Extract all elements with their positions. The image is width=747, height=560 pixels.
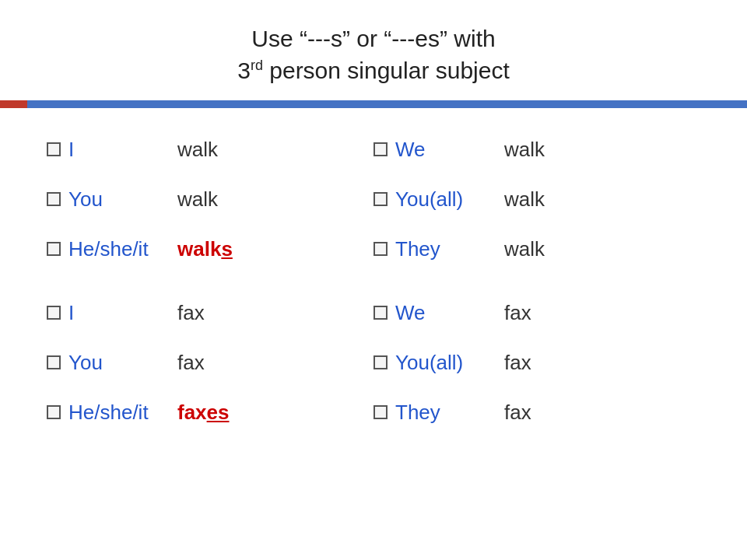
subject-label: I <box>68 138 162 162</box>
subject-label: He/she/it <box>68 237 162 261</box>
list-item: You walk <box>47 181 374 217</box>
list-item: We walk <box>374 131 700 167</box>
list-item: You(all) walk <box>374 181 700 217</box>
list-item: They fax <box>374 394 700 430</box>
content-area: I walk You walk He/she/it walks I fax <box>0 108 747 460</box>
verb-suffix: s <box>221 237 232 261</box>
right-column: We walk You(all) walk They walk We fax <box>374 131 700 444</box>
checkbox-icon <box>374 192 388 206</box>
subject-label: You(all) <box>395 351 489 375</box>
subject-label: They <box>395 237 489 261</box>
checkbox-icon <box>47 355 61 369</box>
list-item: I fax <box>47 295 374 331</box>
verb-label: walk <box>177 187 218 212</box>
verb-label: walk <box>177 138 218 162</box>
checkbox-icon <box>47 306 61 320</box>
checkbox-icon <box>374 355 388 369</box>
subject-label: You <box>68 187 162 212</box>
checkbox-icon <box>47 242 61 256</box>
subject-label: They <box>395 401 489 425</box>
header: Use “---s” or “---es” with 3rd person si… <box>0 0 747 86</box>
verb-label: walk <box>504 237 545 261</box>
header-line2-suffix: person singular subject <box>263 58 510 83</box>
list-item: I walk <box>47 131 374 167</box>
verb-label: walk <box>504 187 545 212</box>
verb-label: walk <box>504 138 545 162</box>
checkbox-icon <box>374 306 388 320</box>
subject-label: You(all) <box>395 187 489 212</box>
verb-label: fax <box>504 401 531 425</box>
checkbox-icon <box>374 142 388 156</box>
left-column: I walk You walk He/she/it walks I fax <box>47 131 374 444</box>
verb-suffix: es <box>207 401 230 424</box>
subject-label: I <box>68 301 162 325</box>
checkbox-icon <box>47 192 61 206</box>
verb-highlight-label: faxes <box>177 401 230 425</box>
list-item: You fax <box>47 345 374 380</box>
list-item: He/she/it faxes <box>47 394 374 430</box>
list-item: We fax <box>374 295 700 331</box>
subject-label: We <box>395 138 489 162</box>
header-line2-prefix: 3 <box>237 58 251 83</box>
accent-bar <box>0 100 747 108</box>
list-item: You(all) fax <box>374 345 700 380</box>
slide: Use “---s” or “---es” with 3rd person si… <box>0 0 747 560</box>
header-title: Use “---s” or “---es” with 3rd person si… <box>16 23 731 86</box>
header-line1: Use “---s” or “---es” with <box>251 26 495 51</box>
checkbox-icon <box>374 405 388 419</box>
checkbox-icon <box>47 405 61 419</box>
verb-label: fax <box>504 301 531 325</box>
checkbox-icon <box>374 242 388 256</box>
verb-label: fax <box>177 351 205 375</box>
checkbox-icon <box>47 142 61 156</box>
subject-label: We <box>395 301 489 325</box>
header-sup: rd <box>251 58 263 73</box>
subject-label: You <box>68 351 162 375</box>
verb-highlight-label: walks <box>177 237 233 261</box>
subject-label: He/she/it <box>68 401 162 425</box>
verb-label: fax <box>504 351 531 375</box>
list-item: He/she/it walks <box>47 231 374 267</box>
list-item: They walk <box>374 231 700 267</box>
verb-label: fax <box>177 301 205 325</box>
